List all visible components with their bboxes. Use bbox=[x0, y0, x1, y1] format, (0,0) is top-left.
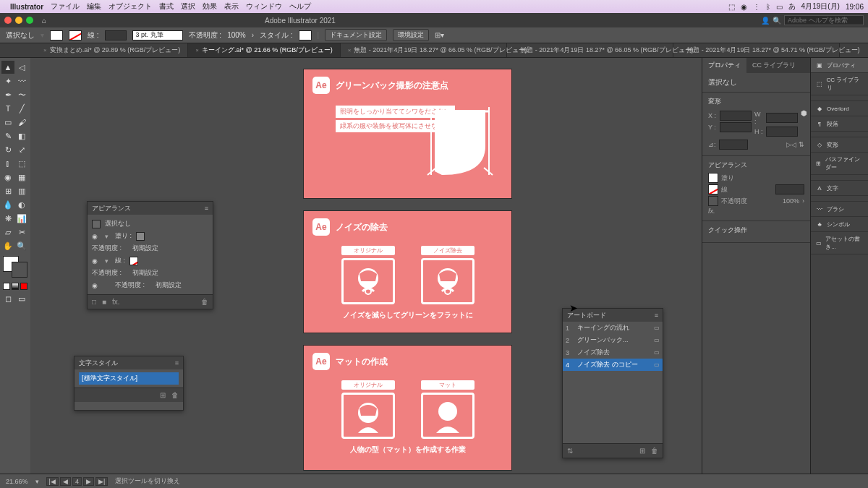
strip-paragraph[interactable]: ¶段落 bbox=[811, 116, 868, 132]
doc-tab[interactable]: ×変換まとめ.ai* @ 29.89 % (RGB/プレビュー) bbox=[36, 43, 188, 57]
lasso-tool[interactable]: 〰 bbox=[15, 74, 28, 87]
opacity-value[interactable]: 初期設定 bbox=[132, 268, 158, 278]
panel-menu-icon[interactable]: ≡ bbox=[205, 205, 208, 212]
help-search-input[interactable] bbox=[784, 15, 864, 25]
strip-brushes[interactable]: 〰ブラシ bbox=[811, 202, 868, 217]
stroke-weight-empty[interactable] bbox=[105, 30, 127, 40]
artboard-row[interactable]: 3ノイズ除去▭ bbox=[563, 346, 663, 359]
strip-asset-export[interactable]: ▭アセットの書き... bbox=[811, 232, 868, 254]
artboard-icon[interactable]: ▭ bbox=[654, 337, 660, 343]
status-dropbox-icon[interactable]: ⬚ bbox=[728, 3, 735, 11]
shaper-tool[interactable]: ✎ bbox=[1, 129, 14, 142]
paintbrush-tool[interactable]: 🖌 bbox=[15, 116, 28, 129]
search-icon[interactable]: 🔍 bbox=[773, 17, 781, 25]
close-tab-icon[interactable]: × bbox=[514, 47, 518, 53]
close-tab-icon[interactable]: × bbox=[43, 47, 47, 53]
zoom-level[interactable]: 21.66% bbox=[6, 478, 28, 485]
y-input[interactable] bbox=[720, 122, 752, 132]
menu-help[interactable]: ヘルプ bbox=[289, 1, 311, 12]
text-style-panel[interactable]: 文字スタイル≡ [標準文字スタイル] ⊞🗑 bbox=[74, 356, 184, 411]
strip-overlord[interactable]: ◆Overlord bbox=[811, 101, 868, 116]
fill-stroke-control[interactable] bbox=[3, 256, 27, 278]
artboard-nav[interactable]: |◀◀4▶▶| bbox=[46, 477, 109, 486]
artboard-row[interactable]: 4ノイズ除去 のコピー▭ bbox=[563, 359, 663, 371]
home-icon[interactable]: ⌂ bbox=[42, 17, 46, 25]
rotate-input[interactable] bbox=[719, 140, 748, 150]
direct-selection-tool[interactable]: ◁ bbox=[15, 61, 28, 74]
rotate-tool[interactable]: ↻ bbox=[1, 143, 14, 156]
menu-view[interactable]: 表示 bbox=[224, 1, 239, 12]
opacity-value[interactable]: 100% bbox=[783, 197, 799, 205]
free-transform-tool[interactable]: ⬚ bbox=[15, 157, 28, 170]
stroke-swatch[interactable] bbox=[69, 30, 82, 40]
blend-tool[interactable]: ◐ bbox=[15, 198, 28, 211]
trash-icon[interactable]: 🗑 bbox=[171, 391, 179, 399]
artboard-row[interactable]: 1キーイングの流れ▭ bbox=[563, 322, 663, 334]
x-input[interactable] bbox=[720, 111, 752, 121]
preferences-button[interactable]: 環境設定 bbox=[393, 29, 429, 41]
text-style-item[interactable]: [標準文字スタイル] bbox=[79, 372, 179, 385]
zoom-icon[interactable] bbox=[26, 17, 33, 24]
add-stroke-icon[interactable]: □ bbox=[92, 298, 96, 306]
menu-effect[interactable]: 効果 bbox=[203, 1, 217, 12]
artboard-icon[interactable]: ▭ bbox=[654, 325, 660, 331]
artboard-tool[interactable]: ▱ bbox=[1, 226, 14, 239]
close-tab-icon[interactable]: × bbox=[348, 47, 352, 53]
artboard-icon[interactable]: ▭ bbox=[654, 349, 660, 356]
gradient-tool[interactable]: ▥ bbox=[15, 184, 28, 197]
panel-menu-icon[interactable]: ≡ bbox=[655, 312, 658, 319]
artboard-icon[interactable]: ▭ bbox=[654, 361, 660, 368]
user-icon[interactable]: 👤 bbox=[761, 17, 770, 25]
trash-icon[interactable]: 🗑 bbox=[651, 447, 658, 455]
fill-swatch[interactable] bbox=[50, 30, 63, 40]
graph-tool[interactable]: 📊 bbox=[15, 212, 28, 225]
line-tool[interactable]: ╱ bbox=[15, 102, 28, 115]
visibility-icon[interactable]: ◉ bbox=[92, 233, 101, 240]
color-chip[interactable] bbox=[3, 283, 10, 290]
add-fill-icon[interactable]: ■ bbox=[102, 298, 106, 306]
status-bt-icon[interactable]: ᛒ bbox=[766, 3, 770, 11]
gradient-chip[interactable] bbox=[12, 283, 19, 290]
mac-menubar[interactable]: Illustrator ファイル 編集 オブジェクト 書式 選択 効果 表示 ウ… bbox=[0, 0, 868, 13]
rearrange-icon[interactable]: ⇅ bbox=[567, 447, 573, 455]
strip-symbols[interactable]: ♣シンボル bbox=[811, 217, 868, 232]
status-cc-icon[interactable]: ◉ bbox=[741, 3, 747, 11]
none-chip[interactable] bbox=[20, 283, 27, 290]
artboard-matte[interactable]: Ae マットの作成 オリジナル マット 人物の型（マット）を作成する作業 bbox=[304, 346, 511, 470]
doc-tab[interactable]: ×無題 - 2021年4月19日 18.27* @ 66.05 % (RGB/プ… bbox=[341, 43, 507, 57]
status-battery-icon[interactable]: ▭ bbox=[776, 3, 783, 11]
strip-properties[interactable]: ▣プロパティ bbox=[811, 58, 868, 73]
eraser-tool[interactable]: ◧ bbox=[15, 129, 28, 142]
doc-tab[interactable]: ×無題 - 2021年4月19日 18.27* @ 54.71 % (RGB/プ… bbox=[673, 43, 840, 57]
rectangle-tool[interactable]: ▭ bbox=[1, 116, 14, 129]
doc-tab[interactable]: ×キーイング.ai* @ 21.66 % (RGB/プレビュー) bbox=[188, 43, 340, 57]
doc-tab[interactable]: ×無題 - 2021年4月19日 18.27* @ 66.05 % (RGB/プ… bbox=[507, 43, 673, 57]
strip-pathfinder[interactable]: ⊞パスファインダー bbox=[811, 153, 868, 175]
selection-tool[interactable]: ▲ bbox=[1, 61, 14, 74]
slice-tool[interactable]: ✂ bbox=[15, 226, 28, 239]
close-tab-icon[interactable]: × bbox=[195, 47, 199, 53]
app-menu[interactable]: Illustrator bbox=[10, 3, 43, 11]
strip-character[interactable]: A文字 bbox=[811, 181, 868, 196]
traffic-lights[interactable] bbox=[4, 17, 33, 24]
minimize-icon[interactable] bbox=[15, 17, 22, 24]
artboard-noise[interactable]: Ae ノイズの除去 オリジナル ノイズ除去 ノイズを減らしてグリーンをフラットに bbox=[304, 211, 511, 333]
stroke-weight-input[interactable] bbox=[775, 184, 804, 194]
strip-cc-libraries[interactable]: ⬚CC ライブラリ bbox=[811, 73, 868, 95]
close-icon[interactable] bbox=[4, 17, 12, 24]
screen-mode[interactable]: ▭ bbox=[15, 292, 28, 305]
status-input-icon[interactable]: あ bbox=[788, 1, 796, 12]
mesh-tool[interactable]: ⊞ bbox=[1, 184, 14, 197]
canvas[interactable]: Ae グリーンバック撮影の注意点 照明をしっかり当ててシワをださない 緑系の服や… bbox=[30, 58, 702, 474]
hand-tool[interactable]: ✋ bbox=[1, 239, 14, 252]
draw-mode[interactable]: ◻ bbox=[1, 292, 14, 305]
perspective-tool[interactable]: ▦ bbox=[15, 171, 28, 184]
width-tool[interactable]: ⫿ bbox=[1, 157, 14, 170]
menu-window[interactable]: ウィンドウ bbox=[246, 1, 282, 12]
close-tab-icon[interactable]: × bbox=[681, 47, 684, 53]
tab-cc-libraries[interactable]: CC ライブラリ bbox=[746, 58, 802, 73]
new-artboard-icon[interactable]: ⊞ bbox=[639, 447, 645, 455]
panel-menu-icon[interactable]: ≡ bbox=[175, 359, 179, 367]
artboard-row[interactable]: 2グリーンバック...▭ bbox=[563, 334, 663, 346]
artboards-panel[interactable]: アートボード≡ 1キーイングの流れ▭ 2グリーンバック...▭ 3ノイズ除去▭ … bbox=[562, 308, 663, 458]
